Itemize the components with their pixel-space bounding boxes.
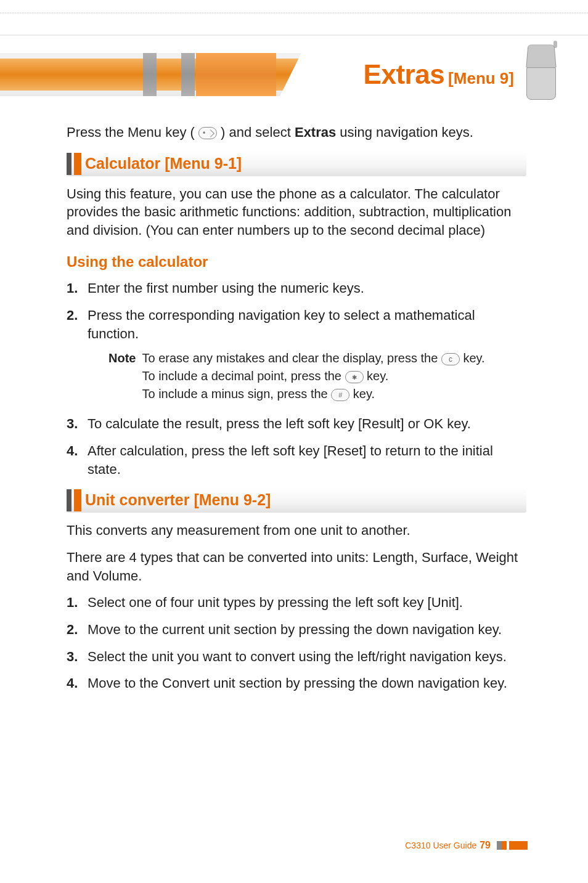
text: To include a decimal point, press the bbox=[142, 369, 345, 383]
page-number: 79 bbox=[480, 840, 491, 851]
c-key-icon bbox=[441, 353, 460, 365]
page-title: Extras bbox=[364, 59, 445, 90]
decorative-mark bbox=[497, 841, 502, 850]
decorative-block bbox=[196, 53, 276, 96]
decorative-stripe bbox=[0, 35, 588, 36]
note-body: To erase any mistakes and clear the disp… bbox=[142, 350, 484, 404]
decorative-stripe bbox=[0, 12, 588, 14]
phone-icon bbox=[523, 43, 560, 105]
step-text: Select the unit you want to convert usin… bbox=[88, 649, 507, 664]
step-text: To calculate the result, press the left … bbox=[88, 416, 471, 431]
decorative-block bbox=[181, 53, 195, 96]
section-heading-unit-converter: Unit converter [Menu 9-2] bbox=[67, 488, 526, 513]
page-subtitle: [Menu 9] bbox=[448, 69, 514, 88]
text: using navigation keys. bbox=[340, 124, 473, 140]
list-item: Select one of four unit types by pressin… bbox=[67, 593, 526, 612]
page-title-wrap: Extras [Menu 9] bbox=[277, 53, 514, 96]
decorative-mark bbox=[502, 841, 507, 850]
steps-list: Enter the first number using the numeric… bbox=[67, 279, 526, 478]
list-item: After calculation, press the left soft k… bbox=[67, 442, 526, 478]
note-label: Note bbox=[108, 350, 136, 404]
star-key-icon bbox=[345, 371, 364, 383]
text: To erase any mistakes and clear the disp… bbox=[142, 351, 441, 365]
step-text: Press the corresponding navigation key t… bbox=[88, 307, 475, 341]
page-footer: C3310 User Guide 79 bbox=[67, 840, 528, 851]
list-item: Press the corresponding navigation key t… bbox=[67, 306, 526, 404]
decorative-bar bbox=[74, 153, 81, 175]
menu-key-icon bbox=[198, 127, 217, 139]
section-body: There are 4 types that can be converted … bbox=[67, 548, 526, 585]
text: Press the Menu key ( bbox=[67, 124, 198, 140]
steps-list: Select one of four unit types by pressin… bbox=[67, 593, 526, 693]
hash-key-icon bbox=[331, 389, 349, 401]
decorative-bar bbox=[74, 489, 81, 511]
section-body: This converts any measurement from one u… bbox=[67, 521, 526, 540]
step-text: Move to the Convert unit section by pres… bbox=[88, 675, 507, 691]
note-box: Note To erase any mistakes and clear the… bbox=[108, 350, 526, 404]
page: Extras [Menu 9] Press the Menu key ( ) a… bbox=[0, 0, 588, 883]
decorative-bar bbox=[67, 153, 71, 175]
step-text: Move to the current unit section by pres… bbox=[88, 622, 502, 637]
list-item: Move to the current unit section by pres… bbox=[67, 621, 526, 639]
text: key. bbox=[367, 369, 388, 383]
list-item: Enter the first number using the numeric… bbox=[67, 279, 526, 298]
intro-paragraph: Press the Menu key ( ) and select Extras… bbox=[67, 123, 526, 142]
step-text: Enter the first number using the numeric… bbox=[88, 280, 364, 296]
step-text: Select one of four unit types by pressin… bbox=[88, 595, 463, 610]
section-heading-calculator: Calculator [Menu 9-1] bbox=[67, 152, 526, 176]
page-header: Extras [Menu 9] bbox=[0, 0, 588, 99]
text: To include a minus sign, press the bbox=[142, 387, 331, 401]
text: ) and select bbox=[221, 124, 295, 140]
section-heading-label: Calculator [Menu 9-1] bbox=[85, 153, 242, 174]
content-area: Press the Menu key ( ) and select Extras… bbox=[67, 123, 526, 701]
decorative-block bbox=[143, 53, 157, 96]
step-text: After calculation, press the left soft k… bbox=[88, 443, 493, 477]
list-item: Move to the Convert unit section by pres… bbox=[67, 674, 526, 693]
text-strong: Extras bbox=[295, 124, 336, 140]
list-item: Select the unit you want to convert usin… bbox=[67, 648, 526, 666]
section-body: Using this feature, you can use the phon… bbox=[67, 185, 526, 240]
sub-heading: Using the calculator bbox=[67, 252, 526, 272]
decorative-bar bbox=[67, 489, 71, 511]
section-heading-label: Unit converter [Menu 9-2] bbox=[85, 490, 271, 511]
footer-guide-label: C3310 User Guide bbox=[405, 840, 476, 850]
text: key. bbox=[463, 351, 484, 365]
text: key. bbox=[353, 387, 375, 401]
list-item: To calculate the result, press the left … bbox=[67, 415, 526, 433]
decorative-mark bbox=[509, 841, 528, 850]
